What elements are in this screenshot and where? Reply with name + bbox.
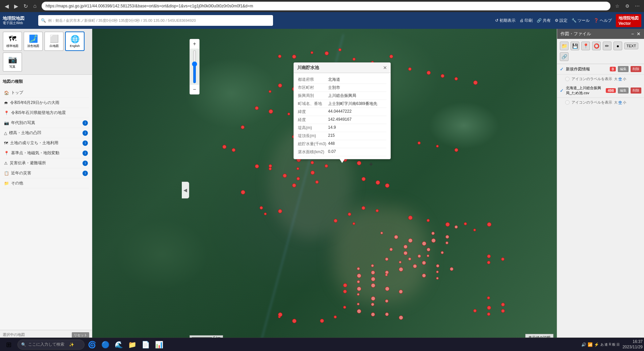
map-dot[interactable] — [376, 209, 379, 212]
map-type-photo[interactable]: 📷 写真 — [3, 52, 22, 72]
land-info[interactable]: i — [83, 140, 88, 146]
map-dot[interactable] — [320, 319, 324, 323]
tool-link[interactable]: 🔗 — [560, 52, 569, 61]
map-dot[interactable] — [436, 264, 439, 268]
more-button[interactable]: ⋯ — [633, 2, 641, 10]
map-dot[interactable] — [353, 222, 355, 225]
taskbar-search[interactable]: 🔍 ここに入力して検索 ✨ — [17, 340, 85, 350]
map-type-blank[interactable]: ⬜ 白地図 — [44, 32, 64, 51]
share-btn[interactable]: 🔗 共有 — [537, 18, 551, 23]
taskbar-folder[interactable]: 📁 — [126, 339, 138, 351]
layer1-size-small[interactable]: 小 — [623, 77, 626, 81]
start-button[interactable]: ⊞ — [1, 338, 16, 351]
help-btn[interactable]: ❓ ヘルプ — [594, 18, 612, 23]
map-area[interactable]: ◀ + − 川南貯水池 ✕ 都道府県 北海道 市区町村 士別市 — [92, 29, 557, 351]
map-dot[interactable] — [404, 251, 408, 255]
map-dot[interactable] — [413, 264, 417, 268]
map-dot[interactable] — [292, 319, 297, 323]
map-dot[interactable] — [427, 254, 429, 257]
map-dot[interactable] — [362, 206, 365, 210]
tool-folder[interactable]: 📁 — [560, 42, 569, 50]
map-dot[interactable] — [454, 148, 458, 152]
map-dot[interactable] — [436, 145, 439, 148]
map-dot[interactable] — [232, 148, 235, 152]
layer-item-elevation[interactable]: △ 標高・土地の凸凹 i — [3, 128, 89, 138]
map-dot[interactable] — [441, 251, 444, 254]
layer-item-disaster[interactable]: ⚠ 災害伝承・避難場所 i — [3, 158, 89, 168]
map-dot[interactable] — [371, 271, 375, 275]
settings-btn[interactable]: ⚙ 設定 — [555, 18, 568, 23]
map-dot[interactable] — [418, 254, 421, 258]
zoom-slider[interactable] — [191, 50, 198, 83]
map-dot[interactable] — [431, 238, 436, 243]
map-dot[interactable] — [487, 312, 490, 316]
layer2-size-medium[interactable]: 中 — [619, 100, 622, 105]
layer2-icon-label-radio[interactable] — [565, 100, 570, 105]
print-btn[interactable]: 🖨 印刷 — [520, 18, 533, 23]
elevation-info[interactable]: i — [83, 130, 88, 136]
map-dot[interactable] — [241, 190, 245, 194]
tool-pen[interactable]: ✏ — [603, 42, 611, 50]
search-bar[interactable]: 🔍 例：剱岳 / 金沢市木ノ新保町 / 35度0分0秒 135度0分0秒 / 3… — [38, 15, 273, 26]
map-dot[interactable] — [371, 296, 375, 301]
map-dot[interactable] — [311, 161, 314, 164]
map-dot[interactable] — [338, 48, 341, 51]
map-dot[interactable] — [385, 257, 388, 261]
layer1-delete-btn[interactable]: 削除 — [631, 66, 641, 72]
tool-dot[interactable]: ● — [613, 42, 622, 50]
back-button[interactable]: ◀ — [3, 2, 11, 10]
address-bar[interactable]: https://maps.gsi.go.jp/#11/44.006398/142… — [42, 2, 610, 10]
zoom-out-button[interactable]: − — [190, 85, 199, 94]
map-dot[interactable] — [292, 55, 296, 59]
map-dot[interactable] — [385, 299, 388, 303]
bookmark-button[interactable]: ☆ — [613, 2, 621, 10]
refresh-button[interactable]: ↻ — [21, 2, 30, 10]
map-dot[interactable] — [487, 222, 491, 227]
map-dot[interactable] — [473, 80, 478, 85]
layer-item-other[interactable]: 📁 その他 — [3, 178, 89, 188]
map-dot[interactable] — [255, 164, 259, 168]
tools-btn[interactable]: 🔧 ツール — [572, 18, 590, 23]
map-dot[interactable] — [464, 222, 467, 225]
taskbar-word[interactable]: 📄 — [140, 339, 152, 351]
map-dot[interactable] — [473, 309, 477, 312]
extensions-button[interactable]: ⚙ — [623, 2, 631, 10]
map-dot[interactable] — [315, 180, 319, 184]
disaster-info[interactable]: i — [83, 161, 88, 166]
map-dot[interactable] — [408, 238, 413, 243]
collapse-sidebar-button[interactable]: ◀ — [182, 182, 189, 198]
map-dot[interactable] — [255, 106, 259, 110]
taskbar-edge[interactable]: 🌊 — [113, 339, 125, 351]
map-dot[interactable] — [371, 303, 374, 306]
home-button[interactable]: ⌂ — [31, 2, 39, 10]
layer1-size-large[interactable]: 大 — [614, 77, 618, 81]
map-dot[interactable] — [385, 274, 388, 276]
map-dot[interactable] — [501, 303, 505, 306]
map-dot[interactable] — [325, 51, 329, 55]
initial-view-btn[interactable]: ↺ 初期表示 — [495, 18, 516, 23]
layer2-edit-btn[interactable]: 編集 — [618, 87, 629, 94]
map-dot[interactable] — [487, 296, 490, 299]
layer-item-recent[interactable]: 📋 近年の災害 i — [3, 168, 89, 178]
map-dot[interactable] — [269, 164, 272, 168]
map-type-standard[interactable]: 🗺 標準地図 — [3, 32, 22, 51]
layer-item-photo-age[interactable]: 📷 年代別の写真 i — [3, 118, 89, 128]
layer-item-survey[interactable]: 📍 基準点・地磁気・地殻変動 i — [3, 148, 89, 158]
forward-button[interactable]: ▶ — [12, 2, 20, 10]
layer2-size-large[interactable]: 大 — [614, 100, 618, 105]
map-dot[interactable] — [371, 277, 375, 281]
map-dot[interactable] — [371, 264, 374, 267]
map-dot[interactable] — [278, 312, 282, 317]
taskbar-chrome[interactable]: 🔵 — [99, 339, 111, 351]
map-dot[interactable] — [325, 164, 328, 168]
map-dot[interactable] — [445, 222, 450, 227]
map-dot[interactable] — [445, 241, 448, 244]
recent-info[interactable]: i — [83, 171, 88, 176]
right-panel-minimize[interactable]: − — [631, 31, 634, 37]
map-type-english[interactable]: 🌐 English — [65, 32, 85, 51]
map-dot[interactable] — [385, 183, 389, 188]
right-panel-close[interactable]: ✕ — [637, 31, 641, 37]
map-dot[interactable] — [357, 280, 360, 283]
map-dot[interactable] — [399, 261, 401, 264]
map-dot[interactable] — [343, 283, 347, 287]
